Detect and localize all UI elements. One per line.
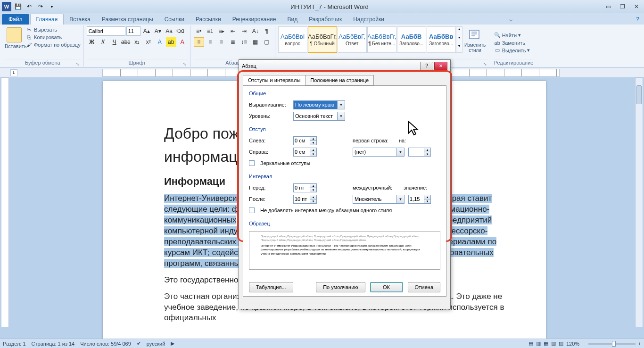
tab-selector[interactable]: L	[10, 69, 17, 76]
dialog-titlebar[interactable]: Абзац ? ✕	[239, 60, 450, 72]
zoom-slider[interactable]	[588, 343, 636, 345]
ribbon-minimize-icon[interactable]: ⌵	[504, 14, 517, 25]
indent-left-input[interactable]: 0 см▲▼	[293, 136, 317, 145]
tab-addins[interactable]: Надстройки	[347, 14, 390, 25]
tab-home[interactable]: Главная	[30, 14, 64, 25]
undo-icon[interactable]: ↶	[25, 2, 34, 11]
tab-file[interactable]: Файл	[2, 14, 29, 25]
default-button[interactable]: По умолчанию	[316, 282, 365, 292]
bullets-icon[interactable]: ≡•	[194, 26, 204, 36]
shading-icon[interactable]: ▦	[250, 37, 261, 47]
style-item-4[interactable]: АаБбВЗаголово...	[397, 26, 426, 53]
after-input[interactable]: 10 пт▲▼	[293, 195, 317, 204]
borders-icon[interactable]: ▢	[262, 37, 272, 47]
spinner-up-icon[interactable]: ▲	[310, 184, 316, 188]
clear-format-icon[interactable]: ⌫	[175, 26, 186, 36]
by-indent-input[interactable]: ▲▼	[408, 148, 431, 157]
clipboard-launcher-icon[interactable]: ⤡	[75, 61, 81, 66]
align-center-icon[interactable]: ≡	[205, 37, 215, 47]
tab-mail[interactable]: Рассылки	[190, 14, 227, 25]
paste-button[interactable]: Вставить	[5, 26, 24, 59]
redo-icon[interactable]: ↷	[36, 2, 45, 11]
minimize-icon[interactable]: ▭	[603, 2, 614, 11]
strike-icon[interactable]: abc	[121, 37, 131, 47]
status-page[interactable]: Страница: 1 из 14	[32, 341, 75, 347]
subscript-icon[interactable]: x₂	[132, 37, 142, 47]
spinner-down-icon[interactable]: ▼	[310, 152, 316, 156]
text-effects-icon[interactable]: A	[155, 37, 165, 47]
status-macro-icon[interactable]: ▶	[171, 340, 174, 347]
style-gallery-more[interactable]: ▴▾▾	[456, 26, 462, 53]
status-words[interactable]: Число слов: 59/4 069	[80, 341, 131, 347]
spinner-up-icon[interactable]: ▲	[310, 137, 316, 141]
zoom-handle[interactable]	[612, 341, 616, 347]
firstline-select[interactable]: (нет)▼	[353, 148, 405, 157]
view-draft-icon[interactable]: ▨	[559, 340, 563, 347]
styles-launcher-icon[interactable]: ⤡	[482, 61, 488, 66]
cut-button[interactable]: ✂Вырезать	[25, 26, 81, 33]
tab-layout[interactable]: Разметка страницы	[96, 14, 159, 25]
style-item-2[interactable]: АаБбВвГ,Ответ	[338, 26, 367, 53]
grow-font-icon[interactable]: A▴	[141, 26, 152, 36]
spacing-value-input[interactable]: 1,15▲▼	[408, 195, 431, 204]
spinner-down-icon[interactable]: ▼	[310, 141, 316, 145]
spinner-down-icon[interactable]: ▼	[424, 152, 430, 156]
tab-refs[interactable]: Ссылки	[159, 14, 190, 25]
align-left-icon[interactable]: ≡	[194, 37, 204, 47]
change-styles-button[interactable]: Изменить стили	[462, 26, 488, 53]
linespacing-select[interactable]: Множитель▼	[353, 195, 405, 204]
italic-icon[interactable]: К	[98, 37, 108, 47]
font-name-combo[interactable]: Calibri	[87, 26, 125, 36]
highlight-icon[interactable]: ab	[166, 37, 176, 47]
spinner-up-icon[interactable]: ▲	[310, 148, 316, 152]
line-spacing-icon[interactable]: ↕≡	[239, 37, 249, 47]
align-right-icon[interactable]: ≡	[216, 37, 227, 47]
style-item-3[interactable]: АаБбВвГг,¶ Без инте...	[367, 26, 396, 53]
level-select[interactable]: Основной текст▼	[293, 112, 345, 121]
status-spellcheck-icon[interactable]: ✔	[137, 340, 141, 347]
tab-review[interactable]: Рецензирование	[227, 14, 282, 25]
restore-icon[interactable]: ❐	[617, 2, 628, 11]
underline-icon[interactable]: Ч	[109, 37, 120, 47]
select-button[interactable]: ▭Выделить ▾	[494, 47, 534, 54]
spinner-down-icon[interactable]: ▼	[310, 199, 316, 203]
zoom-in-icon[interactable]: +	[638, 341, 641, 347]
format-painter-button[interactable]: 🖌Формат по образцу	[25, 41, 81, 48]
view-web-icon[interactable]: ▦	[544, 340, 548, 347]
copy-button[interactable]: ⎘Копировать	[25, 34, 81, 41]
tab-view[interactable]: Вид	[281, 14, 303, 25]
change-case-icon[interactable]: Aa	[164, 26, 174, 36]
qat-customize-icon[interactable]: ▾	[47, 2, 57, 11]
spinner-down-icon[interactable]: ▼	[310, 188, 316, 192]
style-item-5[interactable]: АаБбВвЗаголово...	[427, 26, 456, 53]
view-print-icon[interactable]: ▤	[528, 340, 533, 347]
spinner-up-icon[interactable]: ▲	[424, 148, 430, 152]
tab-position[interactable]: Положение на странице	[305, 75, 374, 85]
increase-indent-icon[interactable]: ⇥	[239, 26, 249, 36]
numbering-icon[interactable]: ≡1	[205, 26, 215, 36]
before-input[interactable]: 0 пт▲▼	[293, 183, 317, 192]
decrease-indent-icon[interactable]: ⇤	[228, 26, 238, 36]
cancel-button[interactable]: Отмена	[408, 282, 440, 292]
status-section[interactable]: Раздел: 1	[3, 341, 26, 347]
zoom-out-icon[interactable]: −	[582, 341, 585, 347]
justify-icon[interactable]: ≣	[228, 37, 238, 47]
tab-indents[interactable]: Отступы и интервалы	[243, 75, 305, 85]
sort-icon[interactable]: A↓	[250, 26, 261, 36]
find-button[interactable]: 🔍Найти ▾	[494, 32, 534, 39]
save-icon[interactable]: 💾	[13, 2, 23, 11]
tab-dev[interactable]: Разработчик	[303, 14, 347, 25]
multilevel-icon[interactable]: ≡▸	[216, 26, 227, 36]
zoom-value[interactable]: 120%	[566, 341, 579, 347]
tab-insert[interactable]: Вставка	[64, 14, 96, 25]
indent-right-input[interactable]: 0 см▲▼	[293, 148, 317, 157]
close-icon[interactable]: ✕	[631, 2, 642, 11]
show-marks-icon[interactable]: ¶	[262, 26, 272, 36]
tabs-button[interactable]: Табуляция...	[249, 282, 293, 292]
dialog-help-icon[interactable]: ?	[420, 62, 433, 70]
spinner-up-icon[interactable]: ▲	[310, 195, 316, 199]
font-color-icon[interactable]: A	[177, 37, 188, 47]
superscript-icon[interactable]: x²	[143, 37, 154, 47]
view-read-icon[interactable]: ▥	[536, 340, 541, 347]
font-launcher-icon[interactable]: ⤡	[182, 61, 188, 66]
